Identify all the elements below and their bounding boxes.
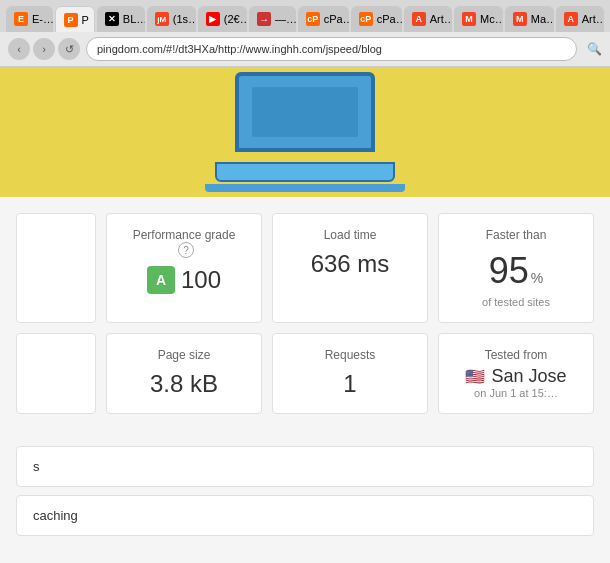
tab-cp2-label: cPa…	[377, 13, 402, 25]
url-input[interactable]: pingdom.com/#!/dt3HXa/http://www.inghh.c…	[86, 37, 577, 61]
tab-art1-favicon: A	[412, 12, 426, 26]
tab-art2[interactable]: A Art… ✕	[556, 6, 604, 32]
bottom-item-1: s	[16, 446, 594, 487]
performance-grade-card: Performance grade ? A 100	[106, 213, 262, 323]
left-panel	[16, 213, 96, 323]
faster-than-unit: %	[531, 270, 543, 286]
url-text: pingdom.com/#!/dt3HXa/http://www.inghh.c…	[97, 43, 382, 55]
search-icon[interactable]: 🔍	[587, 42, 602, 56]
tab-cp1[interactable]: cP cPa… ✕	[298, 6, 349, 32]
tested-from-flag: 🇺🇸	[465, 367, 485, 386]
tab-arrow-favicon: →	[257, 12, 271, 26]
tab-x[interactable]: ✕ BL… ✕	[97, 6, 145, 32]
nav-buttons: ‹ › ↺	[8, 38, 80, 60]
laptop-base	[205, 184, 405, 192]
tab-arrow[interactable]: → —… ✕	[249, 6, 296, 32]
bottom-section: s caching	[0, 430, 610, 560]
tab-cp2[interactable]: cP cPa… ✕	[351, 6, 402, 32]
tab-num-favicon: ▶	[206, 12, 220, 26]
metrics-grid: Performance grade ? A 100 Load time 636 …	[16, 213, 594, 323]
tab-bar: E E-… ✕ P P ✕ ✕ BL… ✕ jM (1s… ✕ ▶ (2€… ✕	[0, 0, 610, 32]
tab-cp2-favicon: cP	[359, 12, 373, 26]
browser-chrome: E E-… ✕ P P ✕ ✕ BL… ✕ jM (1s… ✕ ▶ (2€… ✕	[0, 0, 610, 67]
tab-email[interactable]: E E-… ✕	[6, 6, 53, 32]
tab-email-favicon: E	[14, 12, 28, 26]
tab-art2-favicon: A	[564, 12, 578, 26]
tab-num-label: (2€…	[224, 13, 247, 25]
back-button[interactable]: ‹	[8, 38, 30, 60]
tab-art1-label: Art…	[430, 13, 452, 25]
load-time-label: Load time	[324, 228, 377, 242]
laptop-screen	[235, 72, 375, 152]
tab-cp1-favicon: cP	[306, 12, 320, 26]
tab-joomla1-label: (1s…	[173, 13, 196, 25]
tested-from-date: on Jun 1 at 15:…	[474, 387, 558, 399]
tab-arrow-label: —…	[275, 13, 296, 25]
page-size-label: Page size	[158, 348, 211, 362]
info-icon[interactable]: ?	[178, 242, 194, 258]
tab-art2-label: Art…	[582, 13, 604, 25]
laptop-screen-inner	[252, 87, 358, 137]
bottom-item-2: caching	[16, 495, 594, 536]
performance-grade-label: Performance grade ?	[123, 228, 245, 258]
left-panel-row2	[16, 333, 96, 414]
page-size-value: 3.8 kB	[150, 370, 218, 398]
tab-x-favicon: ✕	[105, 12, 119, 26]
faster-than-label: Faster than	[486, 228, 547, 242]
tab-art1[interactable]: A Art… ✕	[404, 6, 452, 32]
address-bar: ‹ › ↺ pingdom.com/#!/dt3HXa/http://www.i…	[0, 32, 610, 66]
tab-ma-label: Ma…	[531, 13, 554, 25]
hero-banner	[0, 67, 610, 197]
tab-ma[interactable]: M Ma… ✕	[505, 6, 554, 32]
tab-pingdom-label: P	[82, 14, 89, 26]
tab-x-label: BL…	[123, 13, 145, 25]
tab-joomla1[interactable]: jM (1s… ✕	[147, 6, 196, 32]
tab-ma-favicon: M	[513, 12, 527, 26]
requests-card: Requests 1	[272, 333, 428, 414]
page-size-card: Page size 3.8 kB	[106, 333, 262, 414]
load-time-card: Load time 636 ms	[272, 213, 428, 323]
laptop-illustration	[195, 72, 415, 192]
tab-mc[interactable]: M Mc… ✕	[454, 6, 503, 32]
tested-from-city: San Jose	[491, 366, 566, 387]
forward-button[interactable]: ›	[33, 38, 55, 60]
faster-than-card: Faster than 95 % of tested sites	[438, 213, 594, 323]
tab-mc-favicon: M	[462, 12, 476, 26]
tested-from-label: Tested from	[485, 348, 548, 362]
page-content: Performance grade ? A 100 Load time 636 …	[0, 67, 610, 563]
metrics-grid-row2: Page size 3.8 kB Requests 1 Tested from …	[16, 333, 594, 414]
tab-cp1-label: cPa…	[324, 13, 349, 25]
tab-email-label: E-…	[32, 13, 53, 25]
tab-pingdom-favicon: P	[64, 13, 78, 27]
laptop-keyboard	[215, 162, 395, 182]
of-tested-text: of tested sites	[482, 296, 550, 308]
tab-pingdom[interactable]: P P ✕	[55, 6, 95, 32]
tab-mc-label: Mc…	[480, 13, 503, 25]
faster-than-percentage: 95	[489, 250, 529, 292]
refresh-button[interactable]: ↺	[58, 38, 80, 60]
tab-num[interactable]: ▶ (2€… ✕	[198, 6, 247, 32]
load-time-value: 636 ms	[311, 250, 390, 278]
grade-row: A 100	[147, 266, 221, 294]
grade-value: 100	[181, 266, 221, 294]
grade-badge: A	[147, 266, 175, 294]
tab-joomla1-favicon: jM	[155, 12, 169, 26]
requests-value: 1	[343, 370, 356, 398]
tested-from-card: Tested from 🇺🇸 San Jose on Jun 1 at 15:…	[438, 333, 594, 414]
requests-label: Requests	[325, 348, 376, 362]
metrics-section: Performance grade ? A 100 Load time 636 …	[0, 197, 610, 430]
